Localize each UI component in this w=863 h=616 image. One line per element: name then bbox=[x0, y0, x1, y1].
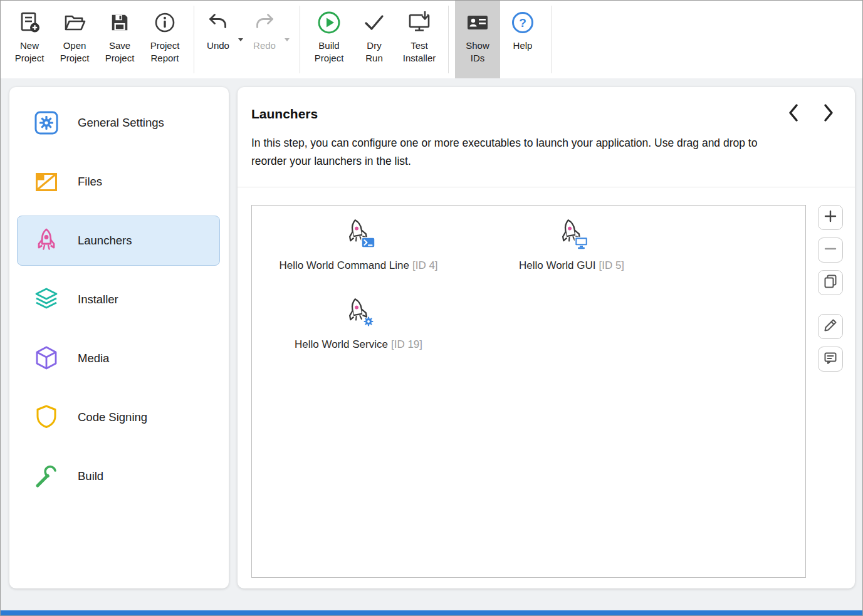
sidebar-item-label: General Settings bbox=[78, 116, 164, 130]
sidebar-item-label: Build bbox=[78, 469, 103, 483]
sidebar-item-files[interactable]: Files bbox=[17, 157, 220, 207]
steps-sidebar: General Settings Files bbox=[9, 87, 229, 588]
shield-icon bbox=[33, 404, 60, 431]
sidebar-item-general-settings[interactable]: General Settings bbox=[17, 98, 220, 148]
redo-label: Redo bbox=[253, 39, 276, 52]
project-report-label: Project Report bbox=[150, 39, 180, 65]
sidebar-item-label: Launchers bbox=[78, 234, 132, 248]
launcher-id-badge: [ID 19] bbox=[391, 338, 422, 350]
step-description: In this step, you can configure one or m… bbox=[251, 134, 771, 170]
new-project-icon bbox=[18, 8, 41, 37]
comment-launcher-button[interactable] bbox=[818, 347, 843, 372]
save-project-label: Save Project bbox=[105, 39, 135, 65]
sidebar-item-code-signing[interactable]: Code Signing bbox=[17, 392, 220, 442]
new-project-label: New Project bbox=[15, 39, 44, 65]
sidebar-item-launchers[interactable]: Launchers bbox=[17, 216, 220, 266]
open-folder-icon bbox=[63, 8, 86, 37]
test-installer-label: Test Installer bbox=[403, 39, 436, 65]
launcher-list[interactable]: Hello World Command Line[ID 4] bbox=[251, 205, 806, 578]
id-card-icon bbox=[466, 8, 489, 37]
toolbar-separator bbox=[300, 6, 300, 73]
launcher-id-badge: [ID 4] bbox=[412, 259, 438, 271]
help-button[interactable]: ? Help bbox=[500, 1, 545, 78]
dry-run-label: Dry Run bbox=[365, 39, 383, 65]
dry-run-button[interactable]: Dry Run bbox=[352, 1, 397, 78]
sidebar-item-media[interactable]: Media bbox=[17, 333, 220, 384]
save-icon bbox=[109, 8, 130, 37]
project-report-button[interactable]: Project Report bbox=[142, 1, 187, 78]
content-area: General Settings Files bbox=[1, 78, 862, 610]
launchers-step-panel: Launchers In this step, you can configur… bbox=[238, 87, 855, 588]
undo-dropdown-button[interactable] bbox=[234, 1, 247, 78]
launcher-actions bbox=[818, 205, 843, 578]
info-circle-icon bbox=[154, 8, 176, 37]
svg-text:?: ? bbox=[519, 16, 526, 29]
monitor-download-icon bbox=[407, 8, 431, 37]
launcher-id-badge: [ID 5] bbox=[599, 259, 624, 271]
sidebar-item-build[interactable]: Build bbox=[17, 451, 220, 501]
step-header: Launchers bbox=[238, 87, 855, 124]
undo-split-button: Undo bbox=[201, 1, 247, 78]
minus-icon bbox=[824, 242, 837, 258]
toolbar-separator bbox=[448, 6, 449, 73]
rocket-gear-icon bbox=[341, 297, 376, 335]
build-project-button[interactable]: Build Project bbox=[306, 1, 352, 78]
chevron-left-icon bbox=[787, 103, 800, 124]
duplicate-launcher-button[interactable] bbox=[818, 270, 843, 295]
build-project-label: Build Project bbox=[315, 39, 344, 65]
show-ids-label: Show IDs bbox=[466, 39, 489, 65]
remove-launcher-button[interactable] bbox=[818, 238, 843, 263]
sidebar-item-label: Installer bbox=[78, 293, 118, 306]
toolbar-separator bbox=[552, 6, 552, 73]
launcher-name: Hello World GUI bbox=[519, 259, 596, 271]
test-installer-button[interactable]: Test Installer bbox=[397, 1, 442, 78]
comment-icon bbox=[823, 350, 838, 367]
bottom-accent-bar bbox=[1, 610, 862, 615]
sidebar-item-label: Code Signing bbox=[78, 410, 147, 424]
next-step-button[interactable] bbox=[822, 103, 835, 124]
new-project-button[interactable]: New Project bbox=[7, 1, 52, 78]
page-title: Launchers bbox=[251, 107, 318, 122]
open-project-label: Open Project bbox=[60, 39, 90, 65]
launcher-item[interactable]: Hello World GUI[ID 5] bbox=[465, 218, 678, 272]
redo-dropdown-button[interactable] bbox=[281, 1, 293, 78]
toolbar-separator bbox=[194, 6, 194, 73]
redo-split-button: Redo bbox=[247, 1, 293, 78]
undo-button[interactable]: Undo bbox=[201, 1, 234, 78]
panel-area: Hello World Command Line[ID 4] bbox=[238, 187, 855, 588]
save-project-button[interactable]: Save Project bbox=[97, 1, 142, 78]
sidebar-item-installer[interactable]: Installer bbox=[17, 274, 220, 325]
launcher-name: Hello World Service bbox=[295, 338, 388, 350]
toolbar-group-project: New Project Open Project bbox=[7, 1, 187, 78]
toolbar-group-build: Build Project Dry Run bbox=[306, 1, 442, 78]
show-ids-toggle-button[interactable]: Show IDs bbox=[455, 1, 500, 78]
sidebar-item-label: Media bbox=[78, 352, 109, 365]
launcher-item[interactable]: Hello World Command Line[ID 4] bbox=[252, 218, 465, 272]
previous-step-button[interactable] bbox=[787, 103, 800, 124]
launcher-name: Hello World Command Line bbox=[279, 259, 409, 271]
undo-icon bbox=[207, 8, 229, 37]
help-label: Help bbox=[513, 39, 533, 52]
redo-button[interactable]: Redo bbox=[247, 1, 281, 78]
play-circle-icon bbox=[316, 8, 342, 37]
toolbar-group-undo-redo: Undo Redo bbox=[201, 1, 293, 78]
layers-icon bbox=[33, 286, 60, 313]
toolbar: New Project Open Project bbox=[1, 1, 862, 78]
rocket-monitor-icon bbox=[554, 218, 589, 256]
pencil-icon bbox=[823, 318, 838, 335]
chevron-right-icon bbox=[822, 103, 835, 124]
plus-icon bbox=[824, 209, 837, 225]
wrench-icon bbox=[33, 462, 60, 490]
chevron-down-icon bbox=[285, 38, 290, 41]
rocket-terminal-icon bbox=[341, 218, 376, 256]
undo-label: Undo bbox=[207, 39, 229, 52]
open-project-button[interactable]: Open Project bbox=[52, 1, 97, 78]
app-window: New Project Open Project bbox=[0, 0, 863, 616]
add-launcher-button[interactable] bbox=[818, 205, 843, 230]
edit-launcher-button[interactable] bbox=[818, 314, 843, 339]
help-question-icon: ? bbox=[511, 8, 535, 37]
launcher-item[interactable]: Hello World Service[ID 19] bbox=[252, 297, 465, 351]
redo-icon bbox=[254, 8, 275, 37]
step-navigation bbox=[787, 103, 835, 124]
files-icon bbox=[33, 168, 60, 196]
